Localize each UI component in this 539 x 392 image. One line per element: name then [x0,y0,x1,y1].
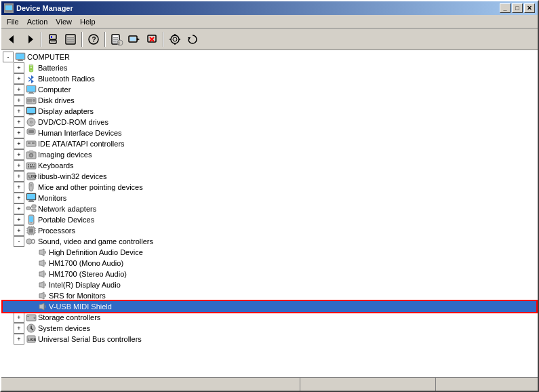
show-hidden-button[interactable] [62,31,79,47]
monitors-label: Monitors [38,194,66,202]
hm1700-stereo-spacer [24,269,35,279]
svg-line-40 [28,79,31,81]
uninstall-button[interactable] [144,31,160,47]
imaging-item[interactable]: + Imaging devices [3,149,536,160]
hd-audio-spacer [24,247,35,258]
menu-action[interactable]: Action [23,16,52,27]
menu-file[interactable]: File [3,16,23,27]
root-expand-button[interactable]: - [3,52,14,62]
libusb-item[interactable]: + USB libusb-win32 devices [3,171,536,182]
bluetooth-item[interactable]: + Bluetooth Radios [3,73,536,84]
svg-point-28 [171,35,179,43]
storage-expand[interactable]: + [14,312,24,323]
diskdrives-item[interactable]: + Disk drives [3,95,536,106]
svg-rect-43 [29,92,33,93]
mice-item[interactable]: + Mice and other pointing devices [3,182,536,193]
keyboards-item[interactable]: + Keyboards [3,160,536,171]
sound-expand[interactable]: - [14,236,24,247]
v-usb-midi-item[interactable]: V-USB MIDI Shield [3,301,536,312]
bluetooth-expand[interactable]: + [14,73,24,84]
intel-display-icon [37,279,47,290]
humaninterface-icon [26,128,37,138]
network-expand[interactable]: + [14,203,24,214]
hd-audio-item[interactable]: High Definition Audio Device [3,247,536,258]
toolbar-separator-3 [104,32,106,47]
ide-item[interactable]: + IDE ATA/ATAPI controllers [3,138,536,149]
device-manager-window: Device Manager _ □ ✕ File Action View He… [0,0,539,392]
keyboards-expand[interactable]: + [14,160,24,171]
srs-monitors-item[interactable]: SRS for Monitors [3,290,536,301]
system-icon [26,323,37,334]
displayadapters-item[interactable]: + Display adapters [3,106,536,117]
monitors-expand[interactable]: + [14,193,24,203]
svg-point-63 [31,155,33,157]
monitors-item[interactable]: + Monitors [3,193,536,203]
status-panel-2 [300,378,436,391]
network-icon [26,203,37,214]
update-driver-button[interactable] [126,31,142,47]
usb-item[interactable]: + USB Universal Serial Bus controllers [3,334,536,345]
storage-item[interactable]: + Storage controllers [3,312,536,323]
maximize-button[interactable]: □ [512,3,523,13]
intel-display-item[interactable]: Intel(R) Display Audio [3,279,536,290]
portable-expand[interactable]: + [14,214,24,225]
batteries-icon [26,62,37,73]
svg-rect-48 [27,99,32,102]
hm1700-mono-item[interactable]: HM1700 (Mono Audio) [3,258,536,269]
svg-rect-82 [32,205,36,208]
svg-point-117 [31,328,32,329]
system-item[interactable]: + System devices [3,323,536,334]
computer-item[interactable]: + Computer [3,84,536,95]
ide-expand[interactable]: + [14,138,24,149]
minimize-button[interactable]: _ [500,3,511,13]
sound-icon [26,236,37,247]
dvd-expand[interactable]: + [14,117,24,128]
forward-button[interactable] [22,31,38,47]
computer-expand[interactable]: + [14,84,24,95]
scan-button[interactable] [167,31,183,47]
back-button[interactable] [4,31,20,47]
svg-rect-70 [28,166,29,168]
usb-expand[interactable]: + [14,334,24,345]
humaninterface-expand[interactable]: + [14,128,24,138]
menu-help[interactable]: Help [76,16,100,27]
intel-display-label: Intel(R) Display Audio [49,281,121,289]
svg-rect-9 [51,41,55,42]
close-button[interactable]: ✕ [524,3,535,13]
imaging-expand[interactable]: + [14,149,24,160]
svg-text:?: ? [92,36,96,43]
toolbar-separator-2 [81,32,83,47]
main-content: - COMPUTER + B [1,50,538,377]
processors-expand[interactable]: + [14,225,24,236]
portable-item[interactable]: + Portable Devices [3,214,536,225]
processors-icon [26,225,37,236]
hm1700-stereo-item[interactable]: HM1700 (Stereo Audio) [3,269,536,279]
v-usb-midi-label: V-USB MIDI Shield [49,302,112,311]
v-usb-midi-spacer [24,301,35,312]
diskdrives-expand[interactable]: + [14,95,24,106]
mice-expand[interactable]: + [14,182,24,193]
tree-root-item[interactable]: - COMPUTER [3,52,536,62]
portable-label: Portable Devices [38,216,94,224]
libusb-expand[interactable]: + [14,171,24,182]
dvd-item[interactable]: + DVD/CD-ROM drives [3,117,536,128]
system-expand[interactable]: + [14,323,24,334]
processors-item[interactable]: + [3,225,536,236]
displayadapters-expand[interactable]: + [14,106,24,117]
sound-item[interactable]: - Sound, video and game controllers [3,236,536,247]
svg-rect-50 [27,108,35,113]
svg-rect-64 [29,151,33,153]
batteries-expand[interactable]: + [14,62,24,73]
humaninterface-item[interactable]: + Human Interface Devices [3,128,536,138]
network-item[interactable]: + Network adapters [3,203,536,214]
properties-button[interactable]: i [108,31,125,47]
help-button[interactable]: ? [85,31,102,47]
refresh-button[interactable] [184,31,201,47]
up-button[interactable] [45,31,61,47]
srs-monitors-icon [37,290,47,301]
batteries-item[interactable]: + Batteries [3,62,536,73]
menu-view[interactable]: View [52,16,76,27]
monitors-icon [26,193,37,203]
tree-view[interactable]: - COMPUTER + B [1,50,538,377]
svg-rect-23 [130,37,136,41]
